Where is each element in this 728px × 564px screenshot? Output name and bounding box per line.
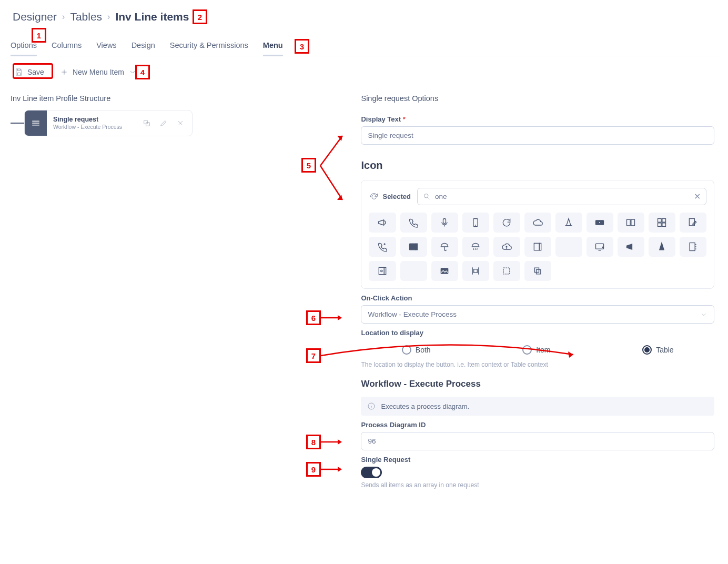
svg-rect-2 xyxy=(32,121,39,122)
breadcrumb-mid[interactable]: Tables xyxy=(70,11,102,23)
svg-rect-18 xyxy=(631,219,635,226)
cloud-up-icon[interactable] xyxy=(493,237,520,257)
ruler-icon[interactable] xyxy=(618,213,644,233)
info-icon xyxy=(367,402,376,410)
display-text-input[interactable] xyxy=(361,126,714,145)
new-menu-item-button[interactable]: New Menu Item xyxy=(55,65,142,79)
toolbar: Save New Menu Item xyxy=(8,56,720,91)
node-subtitle: Workflow - Execute Process xyxy=(53,124,129,130)
svg-rect-22 xyxy=(662,223,666,227)
radio-item[interactable]: Item xyxy=(522,345,550,355)
single-request-help: Sends all items as an array in one reque… xyxy=(361,481,714,489)
clear-icon[interactable]: ✕ xyxy=(694,192,701,202)
node-title: Single request xyxy=(53,116,129,124)
blank2-icon[interactable] xyxy=(400,261,427,281)
umbrella-rain-icon[interactable] xyxy=(462,237,489,257)
svg-rect-27 xyxy=(540,243,541,250)
tab-columns[interactable]: Columns xyxy=(52,36,82,56)
close-icon[interactable] xyxy=(176,119,185,127)
tab-views[interactable]: Views xyxy=(96,36,116,56)
svg-rect-3 xyxy=(32,123,39,124)
megaphone-icon[interactable] xyxy=(369,213,396,233)
chevron-right-icon: › xyxy=(107,12,110,22)
new-menu-label: New Menu Item xyxy=(73,68,124,76)
blank-icon[interactable] xyxy=(555,237,582,257)
display-text-label: Display Text * xyxy=(361,115,714,123)
edit-icon[interactable] xyxy=(159,119,168,127)
menu-node[interactable]: Single request Workflow - Execute Proces… xyxy=(24,110,193,136)
page-icon[interactable] xyxy=(369,261,396,281)
svg-rect-4 xyxy=(32,125,39,126)
pid-input[interactable] xyxy=(361,432,714,450)
drag-handle-icon[interactable] xyxy=(25,110,47,136)
svg-rect-34 xyxy=(379,267,384,274)
sync-icon[interactable] xyxy=(493,213,520,233)
tab-bar: Options Columns Views Design Security & … xyxy=(8,33,720,56)
tab-options[interactable]: Options xyxy=(11,36,37,56)
svg-point-9 xyxy=(424,194,428,198)
tab-security[interactable]: Security & Permissions xyxy=(170,36,248,56)
icon-search[interactable]: ✕ xyxy=(417,188,706,205)
refresh-icon xyxy=(369,192,379,202)
right-panel-title: Single request Options xyxy=(361,91,714,110)
onenote-icon[interactable] xyxy=(400,237,427,257)
monitor-icon[interactable] xyxy=(587,237,613,257)
svg-rect-41 xyxy=(503,268,510,274)
tab-design[interactable]: Design xyxy=(132,36,155,56)
svg-rect-19 xyxy=(658,219,662,223)
tab-menu[interactable]: Menu xyxy=(263,36,283,56)
svg-rect-40 xyxy=(474,269,478,273)
mobile-icon[interactable] xyxy=(462,213,489,233)
icon-search-input[interactable] xyxy=(431,192,694,202)
chevron-down-icon xyxy=(700,311,707,318)
megaphone-solid-icon[interactable] xyxy=(618,237,644,257)
workflow-heading: Workflow - Execute Process xyxy=(361,379,714,389)
single-request-toggle[interactable] xyxy=(361,467,382,478)
money-icon[interactable] xyxy=(587,213,613,233)
location-label: Location to display xyxy=(361,329,714,337)
breadcrumb-root[interactable]: Designer xyxy=(13,11,57,23)
edit-doc-icon[interactable] xyxy=(680,213,706,233)
onclick-select[interactable]: Workflow - Execute Process xyxy=(361,305,714,324)
pid-label: Process Diagram ID xyxy=(361,421,714,429)
location-radios: Both Item Table xyxy=(361,340,714,358)
notebook-icon[interactable] xyxy=(680,237,706,257)
radio-table[interactable]: Table xyxy=(642,345,673,355)
chevron-right-icon: › xyxy=(62,12,65,22)
svg-rect-6 xyxy=(146,123,150,126)
phone-icon[interactable] xyxy=(400,213,427,233)
search-icon xyxy=(423,193,431,200)
node-body: Single request Workflow - Execute Proces… xyxy=(47,113,135,134)
microphone-icon[interactable] xyxy=(431,213,458,233)
copy2-icon[interactable] xyxy=(524,261,551,281)
svg-rect-26 xyxy=(534,243,540,250)
onclick-value: Workflow - Execute Process xyxy=(368,310,457,318)
svg-point-36 xyxy=(381,270,382,271)
breadcrumb: Designer › Tables › Inv Line items xyxy=(8,0,720,33)
book-icon[interactable] xyxy=(524,237,551,257)
radio-both[interactable]: Both xyxy=(402,345,431,355)
grid-icon[interactable] xyxy=(649,213,675,233)
onclick-label: On-Click Action xyxy=(361,294,714,302)
svg-rect-24 xyxy=(410,244,416,250)
single-request-label: Single Request xyxy=(361,456,714,464)
svg-rect-35 xyxy=(384,267,386,274)
dashed-box-icon[interactable] xyxy=(493,261,520,281)
icon-heading: Icon xyxy=(361,159,714,172)
svg-rect-25 xyxy=(416,244,417,250)
chevron-down-icon xyxy=(128,68,137,76)
svg-rect-37 xyxy=(441,268,448,274)
align-icon[interactable] xyxy=(462,261,489,281)
cloud-icon[interactable] xyxy=(524,213,551,233)
copy-icon[interactable] xyxy=(143,119,151,127)
save-label: Save xyxy=(27,68,44,76)
umbrella-icon[interactable] xyxy=(431,237,458,257)
image-icon[interactable] xyxy=(431,261,458,281)
cone-solid-icon[interactable] xyxy=(649,237,675,257)
svg-rect-43 xyxy=(537,270,541,274)
save-icon xyxy=(15,68,23,76)
save-button[interactable]: Save xyxy=(9,65,49,79)
tree-connector xyxy=(11,123,24,124)
cone-icon[interactable] xyxy=(555,213,582,233)
phone-plus-icon[interactable] xyxy=(369,237,396,257)
